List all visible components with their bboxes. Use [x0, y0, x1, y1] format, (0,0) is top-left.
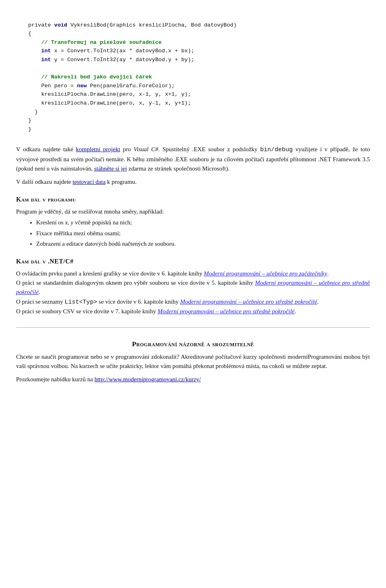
bin-debug-mono: bin/debug [260, 146, 293, 153]
para-kompletni-mid: pro [120, 146, 133, 152]
s2p1-before: O ovládacím prvku panel a kreslení grafi… [16, 270, 204, 277]
para-testovaci-before: V další odkazu najdete [16, 179, 73, 185]
s2p3-mid: se více dovíte v 6. kapitole knihy [97, 298, 180, 305]
s2p4-after: . [295, 308, 296, 315]
footer-p2-before: Prozkoumejte nabídku kurzů na [16, 376, 94, 382]
footer-title: Programování názorně a srozumitelně [16, 339, 370, 350]
link-kurzy[interactable]: http://www.moderniprogramovani.cz/kurzy/ [94, 376, 201, 382]
section2-p2: O práci se standardním dialogovým oknem … [16, 278, 370, 297]
s2p2-after: . [39, 289, 40, 295]
visual-csharp-label: Visual C# [133, 146, 158, 152]
para-kompletni: V odkazu najdete také kompletní projekt … [16, 145, 370, 173]
link-moderni-pokrocili-2[interactable]: Moderní programování – učebnice pro stře… [180, 298, 317, 305]
link-stahnte[interactable]: stáhněte si jej [94, 165, 127, 172]
code-line-1: private void VykresliBod(Graphics kresli… [28, 22, 237, 28]
link-moderni-zacatecniky[interactable]: Moderní programování – učebnice pro začá… [204, 270, 327, 277]
list-item-1: Kreslení os x, y včetně popisků na nich; [36, 218, 370, 227]
s2p2-before: O práci se standardním dialogovým oknem … [16, 280, 255, 286]
para-kompletni-before: V odkazu najdete také [16, 146, 76, 152]
para-kompletni-rest3: zdarma ze stránek společnosti Microsoft)… [127, 165, 230, 172]
link-kompletni-projekt[interactable]: kompletní projekt [76, 146, 120, 152]
list-typ-mono: List<Typ> [65, 299, 97, 306]
section1-p1: Program je vděčný, dá se rozšiřovat mnoh… [16, 207, 370, 216]
bullet1-rest: včetně popisků na nich; [73, 219, 132, 226]
section-kam-dal-programu: Program je vděčný, dá se rozšiřovat mnoh… [16, 207, 370, 249]
section-title-kam-dal-programu: Kam dál v programu [16, 195, 370, 205]
bullet1-italic: x, y [65, 219, 74, 226]
list-item-2: Fixace měřítka mezi oběma osami; [36, 229, 370, 238]
bullet-list: Kreslení os x, y včetně popisků na nich;… [36, 218, 370, 249]
section-divider [16, 327, 370, 328]
s2p1-after: . [327, 270, 329, 277]
list-item-3: Zobrazení a editace datových bodů načten… [36, 239, 370, 249]
footer-p1: Chcete se naučit programovat nebo se v p… [16, 352, 370, 371]
footer-section: Programování názorně a srozumitelně Chce… [16, 339, 370, 384]
section2-p3: O práci se seznamy List<Typ> se více dov… [16, 297, 370, 307]
para-testovaci-after: k programu. [106, 179, 137, 185]
s2p3-after: . [317, 298, 319, 305]
link-moderni-pokrocili-3[interactable]: Moderní programování – učebnice pro stře… [158, 308, 295, 315]
para-kompletni-rest: . Spustitelný .EXE soubor z podsložky [158, 146, 260, 152]
main-prose: V odkazu najdete také kompletní projekt … [16, 145, 370, 187]
code-block: private void VykresliBod(Graphics kresli… [16, 8, 370, 139]
bullet1-before: Kreslení os [36, 219, 65, 226]
footer-p2: Prozkoumejte nabídku kurzů na http://www… [16, 375, 370, 384]
para-testovaci: V další odkazu najdete testovací data k … [16, 177, 370, 187]
s2p3-before: O práci se seznamy [16, 298, 65, 305]
s2p4-before: O práci se soubory CSV se více dovíte v … [16, 308, 158, 315]
section-kam-dal-net: O ovládacím prvku panel a kreslení grafi… [16, 269, 370, 316]
link-testovaci-data[interactable]: testovací data [73, 179, 106, 185]
section2-p1: O ovládacím prvku panel a kreslení grafi… [16, 269, 370, 278]
section2-p4: O práci se soubory CSV se více dovíte v … [16, 307, 370, 316]
section-title-kam-dal-net: Kam dál v .NET/C# [16, 257, 370, 267]
